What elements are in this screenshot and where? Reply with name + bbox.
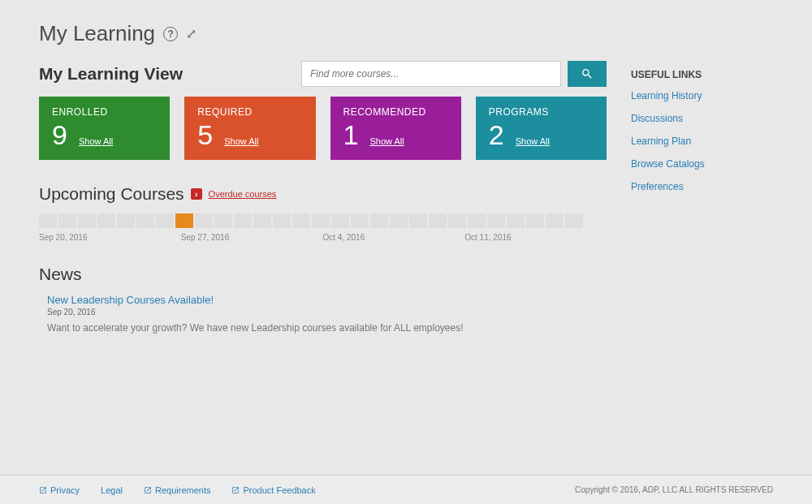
timeline-cell [390,213,408,228]
search-button[interactable] [568,61,607,87]
tile-programs-showall[interactable]: Show All [516,136,550,146]
tile-recommended-showall[interactable]: Show All [369,136,404,146]
overdue-badge-icon: › [191,188,202,200]
timeline-cell [136,213,154,228]
timeline-cell [253,213,271,228]
sidebar-link-discussions[interactable]: Discussions [631,113,773,124]
news-item: New Leadership Courses Available! Sep 20… [47,294,607,335]
tile-recommended-label: RECOMMENDED [343,106,448,118]
section-upcoming-title: Upcoming Courses [39,184,184,204]
timeline-cell [487,213,505,228]
tile-enrolled[interactable]: ENROLLED 9 Show All [39,97,170,160]
tile-required-showall[interactable]: Show All [224,136,258,146]
timeline-cell [234,213,252,228]
timeline-cell [292,213,310,228]
timeline [39,213,607,228]
timeline-cell [58,213,76,228]
sidebar-link-preferences[interactable]: Preferences [631,181,773,192]
timeline-labels: Sep 20, 2016 Sep 27, 2016 Oct 4, 2016 Oc… [39,233,607,242]
tile-programs[interactable]: PROGRAMS 2 Show All [476,97,607,160]
timeline-cell [370,213,388,228]
footer-legal-link[interactable]: Legal [101,485,123,495]
tile-recommended[interactable]: RECOMMENDED 1 Show All [330,97,461,160]
tile-required-label: REQUIRED [197,106,302,118]
timeline-cell [97,213,115,228]
help-icon[interactable]: ? [163,27,178,41]
page-title: My Learning [39,21,155,46]
footer-feedback-label: Product Feedback [243,485,315,495]
tile-programs-count: 2 [489,119,504,151]
timeline-cell [351,213,369,228]
sidebar-link-learning-plan[interactable]: Learning Plan [631,136,773,147]
tile-required-count: 5 [197,119,213,151]
timeline-cell [331,213,349,228]
external-link-icon [39,486,47,494]
timeline-cell [78,213,96,228]
search-icon [581,67,594,80]
news-headline-link[interactable]: New Leadership Courses Available! [47,294,607,306]
tile-programs-label: PROGRAMS [489,106,594,118]
tile-enrolled-label: ENROLLED [52,106,157,118]
sidebar-title: USEFUL LINKS [631,69,773,80]
timeline-cell [214,213,232,228]
timeline-cell [448,213,466,228]
footer-privacy-link[interactable]: Privacy [39,485,80,495]
timeline-cell [273,213,291,228]
footer-legal-label: Legal [101,485,123,495]
footer-copyright: Copyright © 2016, ADP, LLC ALL RIGHTS RE… [575,485,773,494]
timeline-cell [312,213,330,228]
tile-enrolled-count: 9 [52,119,67,151]
search-input[interactable] [301,61,561,87]
sidebar-link-learning-history[interactable]: Learning History [631,90,773,101]
news-body: Want to accelerate your growth? We have … [47,321,469,335]
footer-privacy-label: Privacy [50,485,80,495]
timeline-date: Oct 11, 2016 [464,233,607,242]
timeline-date: Sep 27, 2016 [181,233,323,242]
tile-enrolled-showall[interactable]: Show All [79,136,113,146]
timeline-date: Sep 20, 2016 [39,233,181,242]
timeline-date: Oct 4, 2016 [323,233,465,242]
tile-recommended-count: 1 [343,119,359,151]
overdue-courses-link[interactable]: Overdue courses [209,189,277,199]
section-my-learning-view: My Learning View [39,64,183,84]
timeline-cell [117,213,135,228]
tile-required[interactable]: REQUIRED 5 Show All [184,97,315,160]
section-news-title: News [39,265,82,284]
external-link-icon [144,486,152,494]
expand-icon[interactable]: ⤢ [186,26,197,41]
timeline-cell [565,213,583,228]
sidebar-link-browse-catalogs[interactable]: Browse Catalogs [631,158,773,170]
footer-feedback-link[interactable]: Product Feedback [231,485,315,495]
timeline-cell [195,213,213,228]
news-date: Sep 20, 2016 [47,308,607,317]
timeline-cell [156,213,174,228]
footer-requirements-link[interactable]: Requirements [144,485,210,495]
timeline-cell [526,213,544,228]
timeline-cell [429,213,447,228]
timeline-cell [507,213,525,228]
timeline-cell [409,213,427,228]
timeline-cell [468,213,486,228]
external-link-icon [231,486,240,494]
timeline-cell [546,213,564,228]
timeline-cell-active [175,213,193,228]
footer-requirements-label: Requirements [155,485,210,495]
timeline-cell [39,213,57,228]
